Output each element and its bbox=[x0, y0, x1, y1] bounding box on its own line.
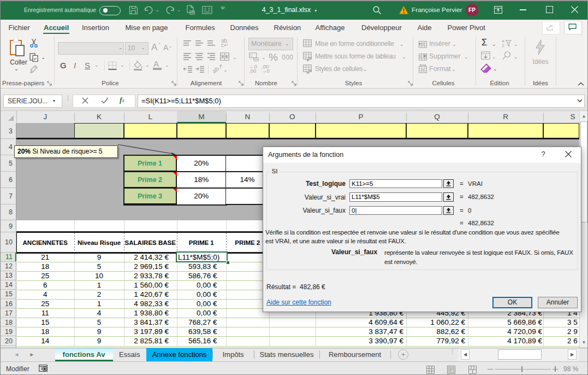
svg-text:C: C bbox=[250, 54, 253, 57]
svg-text:Z: Z bbox=[502, 43, 504, 47]
